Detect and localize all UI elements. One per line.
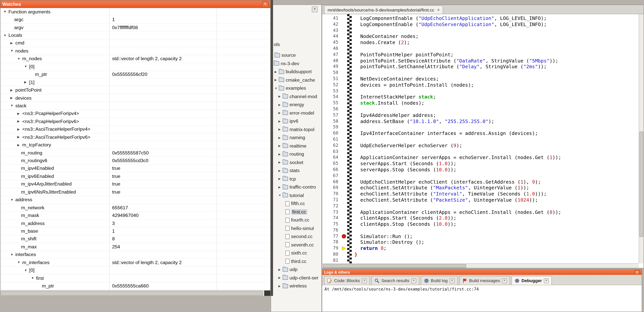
expand-arrow-icon[interactable]: ▶ xyxy=(278,120,283,123)
expand-arrow-icon[interactable]: ▶ xyxy=(278,185,283,189)
breakpoint-margin[interactable] xyxy=(342,246,347,252)
watch-row[interactable]: m_ptr0x55555556cf20 xyxy=(0,71,270,79)
collapse-arrow-icon[interactable]: ▼ xyxy=(24,269,29,272)
watch-row[interactable]: m_ipv6Enabledtrue xyxy=(0,172,270,180)
watch-row[interactable]: m_ipv4Enabledtrue xyxy=(0,165,270,173)
collapse-arrow-icon[interactable]: ▼ xyxy=(10,104,15,108)
line-number[interactable]: 63 xyxy=(322,149,342,155)
editor-vertical-scrollbar[interactable] xyxy=(638,14,644,263)
breakpoint-margin[interactable] xyxy=(342,233,347,239)
line-number[interactable]: 79 xyxy=(322,246,342,252)
breakpoint-margin[interactable] xyxy=(342,167,347,173)
watch-row[interactable]: ▼m_interfacesstd::vector of length 2, ca… xyxy=(0,259,270,267)
breakpoint-margin[interactable] xyxy=(342,82,347,88)
line-number[interactable]: 77 xyxy=(322,233,342,239)
breakpoint-margin[interactable] xyxy=(342,124,347,131)
tree-item-tutorial[interactable]: ▼tutorial xyxy=(272,191,322,199)
expand-arrow-icon[interactable]: ▶ xyxy=(10,41,15,45)
watch-row[interactable]: ▼[0] xyxy=(0,267,270,275)
breakpoint-margin[interactable] xyxy=(342,94,347,100)
watch-row[interactable]: ▼interfaces xyxy=(0,251,270,259)
tree-item-buildsupport[interactable]: ▶buildsupport xyxy=(272,68,322,76)
tree-item-examples[interactable]: ▼examples xyxy=(272,84,322,92)
breakpoint-margin[interactable] xyxy=(342,185,347,191)
watches-horizontal-scrollbar[interactable] xyxy=(0,290,270,296)
expand-arrow-icon[interactable]: ▶ xyxy=(17,112,22,115)
watch-row[interactable]: ▼first xyxy=(0,275,270,282)
tree-item-stats[interactable]: ▶stats xyxy=(272,166,322,175)
breakpoint-margin[interactable] xyxy=(342,179,347,185)
watch-row[interactable]: m_shift8 xyxy=(0,235,270,243)
close-icon[interactable]: ✕ xyxy=(450,278,454,283)
expand-arrow-icon[interactable]: ▶ xyxy=(10,96,15,100)
close-icon[interactable]: ✕ xyxy=(544,278,549,283)
tree-item-tcp[interactable]: ▶tcp xyxy=(272,175,322,183)
collapse-arrow-icon[interactable]: ▼ xyxy=(10,49,15,53)
logs-tab-code-blocks[interactable]: Code::Blocks✕ xyxy=(324,276,370,285)
watch-row[interactable]: m_ptr0x5555555ca660 xyxy=(0,282,270,290)
watch-row[interactable]: m_network655617 xyxy=(0,204,270,212)
tree-item-seventh-cc[interactable]: seventh.cc xyxy=(272,241,322,249)
line-number[interactable]: 78 xyxy=(322,239,342,246)
line-number[interactable]: 72 xyxy=(322,203,342,209)
line-number[interactable]: 69 xyxy=(322,185,342,191)
watch-row[interactable]: ▶pointToPoint xyxy=(0,86,270,94)
watch-row[interactable]: ▶<ns3::AsciiTraceHelperForIpv4> xyxy=(0,126,270,133)
tree-item-cmake-cache[interactable]: ▶cmake_cache xyxy=(272,76,322,84)
tree-item-channel-mod[interactable]: ▶channel-mod xyxy=(272,92,322,101)
expand-arrow-icon[interactable]: ▶ xyxy=(278,95,283,98)
line-number[interactable]: 41 xyxy=(322,15,342,21)
breakpoint-margin[interactable] xyxy=(342,88,347,94)
tree-item-ns-3-dev[interactable]: ns-3-dev xyxy=(272,59,322,68)
watch-row[interactable]: m_ipv6NsRsJitterEnabledtrue xyxy=(0,188,270,196)
breakpoint-margin[interactable] xyxy=(342,52,347,58)
line-number[interactable]: 49 xyxy=(322,64,342,70)
line-number[interactable]: 55 xyxy=(322,100,342,106)
watch-row[interactable]: ▼address xyxy=(0,196,270,204)
tree-item-socket[interactable]: ▶socket xyxy=(272,158,322,166)
breakpoint-margin[interactable] xyxy=(342,221,347,227)
expand-arrow-icon[interactable]: ▶ xyxy=(278,111,283,115)
watch-row[interactable]: m_address3 xyxy=(0,220,270,227)
logs-tab-search-results[interactable]: Search results✕ xyxy=(371,276,419,285)
breakpoint-margin[interactable] xyxy=(342,239,347,246)
collapse-arrow-icon[interactable]: ▼ xyxy=(4,10,8,13)
line-number[interactable]: 68 xyxy=(322,179,342,185)
watch-row[interactable]: ▶<ns3::AsciiTraceHelperForIpv6> xyxy=(0,133,270,141)
watch-row[interactable]: ▼Function arguments xyxy=(0,8,270,16)
breakpoint-margin[interactable] xyxy=(342,27,347,33)
expand-arrow-icon[interactable]: ▶ xyxy=(278,136,283,140)
close-icon[interactable]: ✕ xyxy=(437,8,440,12)
line-number[interactable]: 75 xyxy=(322,221,342,227)
expand-arrow-icon[interactable]: ▶ xyxy=(17,120,22,123)
expand-arrow-icon[interactable]: ▶ xyxy=(278,177,283,181)
breakpoint-margin[interactable] xyxy=(342,106,347,112)
close-icon[interactable]: ✕ xyxy=(634,270,640,275)
breakpoint-margin[interactable] xyxy=(342,258,347,264)
breakpoint-margin[interactable] xyxy=(342,142,347,149)
line-number[interactable]: 70 xyxy=(322,191,342,197)
tree-item-ipv6[interactable]: ▶ipv6 xyxy=(272,117,322,125)
close-icon[interactable]: ✕ xyxy=(262,1,268,7)
expand-arrow-icon[interactable]: ▶ xyxy=(274,78,279,82)
expand-arrow-icon[interactable]: ▶ xyxy=(278,276,283,280)
line-number[interactable]: 61 xyxy=(322,137,342,143)
expand-arrow-icon[interactable]: ▶ xyxy=(278,153,283,156)
line-number[interactable]: 76 xyxy=(322,227,342,233)
breakpoint-margin[interactable] xyxy=(342,58,347,64)
line-number[interactable]: 43 xyxy=(322,27,342,33)
breakpoint-margin[interactable] xyxy=(342,209,347,215)
expand-arrow-icon[interactable]: ▶ xyxy=(278,161,283,164)
tree-item-source[interactable]: source xyxy=(272,51,322,59)
watch-row[interactable]: m_routingv60x5555555cd3c0 xyxy=(0,157,270,165)
expand-arrow-icon[interactable]: ▶ xyxy=(278,128,283,131)
watch-row[interactable]: m_routing0x555555587c50 xyxy=(0,149,270,157)
watch-row[interactable]: ▼nodes xyxy=(0,47,270,55)
logs-tab-build-messages[interactable]: Build messages✕ xyxy=(459,276,510,285)
watch-row[interactable]: m_base1 xyxy=(0,227,270,235)
watches-title-bar[interactable]: Watches ✕ xyxy=(0,0,270,8)
breakpoint-margin[interactable] xyxy=(342,130,347,137)
line-number[interactable]: 57 xyxy=(322,112,342,119)
line-number[interactable]: 59 xyxy=(322,124,342,131)
tree-item-sixth-cc[interactable]: sixth.cc xyxy=(272,249,322,257)
